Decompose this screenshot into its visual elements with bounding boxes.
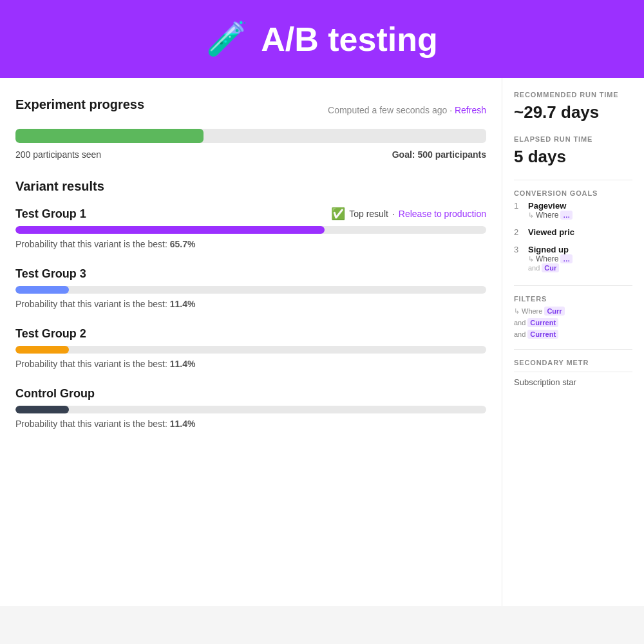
top-result-label: Top result xyxy=(349,209,388,219)
release-to-production-button[interactable]: Release to production xyxy=(399,209,486,219)
variant-name-1: Test Group 1 xyxy=(15,207,86,221)
variant-group-3: Test Group 3 Probability that this varia… xyxy=(15,267,486,309)
filter-row-2: and Current xyxy=(514,318,632,327)
variant-name-2: Test Group 2 xyxy=(15,327,86,341)
variant-bar-fill-2 xyxy=(15,346,69,354)
variant-bar-fill-control xyxy=(15,406,69,413)
variant-header-1: Test Group 1 ✅ Top result · Release to p… xyxy=(15,207,486,221)
progress-labels: 200 participants seen Goal: 500 particip… xyxy=(15,149,486,160)
goal-name-1: Pageview xyxy=(528,201,573,211)
where-value-3: … xyxy=(560,254,573,263)
variant-group-2: Test Group 2 Probability that this varia… xyxy=(15,327,486,369)
where-label-1: Where xyxy=(536,211,558,220)
secondary-metric-item-1: Subscription star xyxy=(514,372,632,387)
filter-value-2: Current xyxy=(527,318,558,327)
filter-row-1: ↳ Where Curr xyxy=(514,307,632,316)
filter-row-3: and Current xyxy=(514,330,632,339)
variant-group-control: Control Group Probability that this vari… xyxy=(15,387,486,429)
lab-icon: 🧪 xyxy=(206,19,248,59)
probability-text-3: Probability that this variant is the bes… xyxy=(15,299,486,309)
filter-value-3: Current xyxy=(527,330,558,339)
variant-bar-fill-3 xyxy=(15,286,69,294)
divider-3 xyxy=(514,349,632,350)
filter-value-1: Curr xyxy=(544,307,564,316)
variant-header-2: Test Group 2 xyxy=(15,327,486,341)
indent-arrow-1: ↳ xyxy=(528,211,534,220)
filter-and-2: and xyxy=(514,319,526,327)
goal-item-2: 2 Viewed pric xyxy=(514,227,632,237)
secondary-metrics-section: SECONDARY METR Subscription star xyxy=(514,359,632,387)
checkmark-icon: ✅ xyxy=(331,207,345,221)
computed-text: Computed a few seconds ago xyxy=(328,105,447,115)
right-panel: RECOMMENDED RUN TIME ~29.7 days ELAPSED … xyxy=(502,78,644,606)
goal-label: Goal: 500 participants xyxy=(392,149,486,160)
probability-text-1: Probability that this variant is the bes… xyxy=(15,239,486,249)
variant-results-title: Variant results xyxy=(15,179,486,194)
secondary-metrics-label: SECONDARY METR xyxy=(514,359,632,366)
variant-bar-bg-1 xyxy=(15,226,486,234)
elapsed-run-time-value: 5 days xyxy=(514,147,632,167)
progress-bar-fill xyxy=(15,129,204,143)
recommended-run-time-section: RECOMMENDED RUN TIME ~29.7 days xyxy=(514,91,632,122)
filter-where-1: Where xyxy=(522,307,542,315)
elapsed-run-time-label: ELAPSED RUN TIME xyxy=(514,135,632,143)
goal-and-3: and Cur xyxy=(528,263,573,272)
goal-name-3: Signed up xyxy=(528,245,573,254)
conversion-goals-label: CONVERSION GOALS xyxy=(514,189,632,197)
goal-number-2: 2 xyxy=(514,227,523,237)
progress-meta: Experiment progress Computed a few secon… xyxy=(15,97,486,122)
variant-group-1: Test Group 1 ✅ Top result · Release to p… xyxy=(15,207,486,249)
variant-header-3: Test Group 3 xyxy=(15,267,486,281)
filter-and-3: and xyxy=(514,330,526,338)
top-result-badge: ✅ Top result · Release to production xyxy=(331,207,486,221)
progress-bar-container xyxy=(15,129,486,143)
experiment-progress-title: Experiment progress xyxy=(15,97,144,112)
probability-text-2: Probability that this variant is the bes… xyxy=(15,359,486,369)
goal-number-3: 3 xyxy=(514,245,523,254)
variant-bar-bg-2 xyxy=(15,346,486,354)
goal-name-2: Viewed pric xyxy=(528,227,574,237)
goal-item-1: 1 Pageview ↳ Where … xyxy=(514,201,632,220)
conversion-goals-section: CONVERSION GOALS 1 Pageview ↳ Where … 2 xyxy=(514,189,632,272)
recommended-run-time-value: ~29.7 days xyxy=(514,102,632,122)
page-header: 🧪 A/B testing xyxy=(0,0,644,78)
goal-number-1: 1 xyxy=(514,201,523,211)
indent-arrow-3: ↳ xyxy=(528,255,534,263)
variant-bar-fill-1 xyxy=(15,226,325,234)
variant-bar-bg-control xyxy=(15,406,486,413)
variant-header-control: Control Group xyxy=(15,387,486,401)
goal-where-3: ↳ Where … xyxy=(528,254,573,263)
probability-text-control: Probability that this variant is the bes… xyxy=(15,419,486,429)
where-label-3: Where xyxy=(536,254,558,263)
variant-name-control: Control Group xyxy=(15,387,95,401)
goal-where-1: ↳ Where … xyxy=(528,211,573,220)
divider-2 xyxy=(514,285,632,286)
conversion-goal-list: 1 Pageview ↳ Where … 2 Viewed pric xyxy=(514,201,632,272)
refresh-button[interactable]: Refresh xyxy=(455,105,486,115)
participants-seen: 200 participants seen xyxy=(15,149,101,160)
and-value-3: Cur xyxy=(542,263,559,272)
elapsed-run-time-section: ELAPSED RUN TIME 5 days xyxy=(514,135,632,167)
recommended-run-time-label: RECOMMENDED RUN TIME xyxy=(514,91,632,99)
computed-info: Computed a few seconds ago · Refresh xyxy=(328,105,486,115)
main-container: Experiment progress Computed a few secon… xyxy=(0,78,644,606)
variant-bar-bg-3 xyxy=(15,286,486,294)
goal-item-3: 3 Signed up ↳ Where … and Cur xyxy=(514,245,632,272)
and-label-3: and xyxy=(528,264,540,272)
divider-1 xyxy=(514,180,632,180)
dot-separator: · xyxy=(450,105,455,115)
where-value-1: … xyxy=(560,211,573,220)
filter-arrow-1: ↳ xyxy=(514,307,520,316)
page-title: A/B testing xyxy=(261,20,437,59)
filters-section: FILTERS ↳ Where Curr and Current and Cur… xyxy=(514,295,632,339)
variant-name-3: Test Group 3 xyxy=(15,267,86,281)
left-panel: Experiment progress Computed a few secon… xyxy=(0,78,502,606)
filters-label: FILTERS xyxy=(514,295,632,303)
